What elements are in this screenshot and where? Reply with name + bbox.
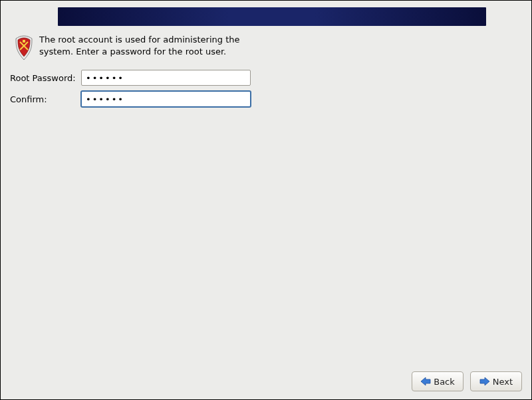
description-text: The root account is used for administeri…	[39, 34, 259, 57]
button-bar: Back Next	[412, 371, 522, 391]
header-banner	[58, 7, 486, 26]
root-password-row: Root Password:	[10, 70, 522, 86]
back-button[interactable]: Back	[412, 371, 464, 391]
back-button-label: Back	[434, 377, 455, 387]
next-button[interactable]: Next	[470, 371, 522, 391]
confirm-password-label: Confirm:	[10, 94, 81, 104]
confirm-password-input[interactable]	[81, 91, 251, 107]
arrow-left-icon	[420, 377, 431, 386]
root-password-label: Root Password:	[10, 73, 81, 83]
description-row: The root account is used for administeri…	[10, 34, 522, 60]
root-password-input[interactable]	[81, 70, 251, 86]
svg-rect-2	[23, 40, 25, 43]
next-button-label: Next	[493, 377, 513, 387]
main-content: The root account is used for administeri…	[10, 34, 522, 112]
confirm-password-row: Confirm:	[10, 91, 522, 107]
shield-icon	[14, 35, 34, 60]
arrow-right-icon	[479, 377, 490, 386]
